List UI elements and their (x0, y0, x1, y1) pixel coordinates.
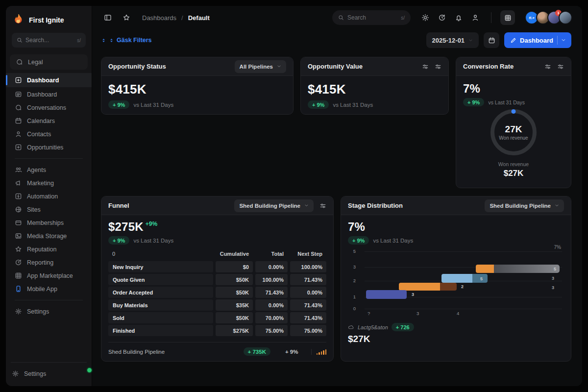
sidebar-item-reporting[interactable]: Reporting (10, 256, 88, 269)
mini-bar-chart-icon[interactable] (311, 349, 327, 355)
sidebar-item-conversations[interactable]: Conversations (10, 101, 88, 114)
search-icon (338, 15, 344, 21)
sidebar-item-dashboard-active[interactable]: Dashboard (6, 73, 92, 87)
funnel-footer: Shed Building Pipeline + 735K + 9% (108, 342, 326, 356)
breadcrumb-root[interactable]: Dashboards (142, 14, 176, 22)
bar-segment-orange[interactable] (399, 283, 440, 291)
settings-sliders-icon[interactable] (435, 63, 441, 70)
sidebar-item-reputation[interactable]: Reputation (10, 243, 88, 256)
chevron-down-icon (304, 203, 309, 208)
date-picker[interactable]: 2025-12-01 (426, 32, 479, 48)
card-header: Opportunity Value (301, 57, 448, 76)
table-row[interactable]: Sold $50K 70.00% 71.43% (108, 312, 326, 323)
topbar-icons (418, 11, 482, 24)
next-step-value: 71.43% (290, 312, 326, 323)
sidebar-item-agents[interactable]: Agents (10, 163, 88, 176)
history-button[interactable] (435, 11, 449, 24)
online-status-dot[interactable] (86, 367, 93, 373)
grid-icon (504, 14, 512, 22)
bar-segment-gray[interactable]: 5 (494, 265, 560, 273)
delta-caption: vs Last 31 Days (133, 102, 173, 108)
table-row[interactable]: Order Accepted $50K 71.43% 0.00% (108, 287, 326, 298)
divider (15, 300, 83, 300)
divider (491, 12, 491, 23)
pipeline-select[interactable]: Shed Building Pipeline (234, 199, 314, 212)
avatar[interactable] (559, 11, 572, 24)
funnel-table-header: 0 Cumulative Total Next Step (108, 250, 326, 260)
bar-value-label: 5 (480, 276, 483, 281)
bar-segment-brown[interactable] (440, 283, 457, 291)
sidebar-item-automation[interactable]: Automation (10, 190, 88, 203)
sidebar-toggle-button[interactable] (101, 11, 115, 24)
delta-caption: vs Last 31 Days (333, 102, 373, 108)
sidebar-item-marketing[interactable]: Marketing (10, 176, 88, 190)
notifications-button[interactable] (452, 11, 466, 24)
chat-icon (15, 104, 22, 111)
card-title: Opportunity Value (308, 63, 363, 70)
delta-badge: + 9% (108, 100, 129, 109)
gridline (365, 251, 562, 252)
sidebar-item-label: Media Storage (27, 233, 67, 240)
theme-toggle-button[interactable] (418, 11, 432, 24)
sidebar-item-label: Memberships (27, 220, 64, 226)
delta-badge: + 9% (308, 100, 329, 109)
bar-segment-orange[interactable] (476, 265, 494, 273)
y-tick: 5 (349, 248, 356, 254)
dashboard-button-menu[interactable] (558, 38, 569, 43)
chart-top-label: 7% (554, 245, 561, 250)
favorite-button[interactable] (120, 11, 133, 24)
stage-distribution-footer: Lactg5&aton + 726 $27K (348, 323, 564, 344)
topbar-search[interactable]: s/ (332, 10, 411, 25)
funnel-total-badge: + 735K (244, 347, 270, 356)
settings-sliders-icon[interactable] (319, 202, 326, 209)
sidebar-item-memberships[interactable]: Memberships (10, 216, 88, 229)
metric-value: 7% (463, 82, 564, 96)
table-row[interactable]: New Inquiry $0 0.00% 100.00% (108, 261, 326, 272)
filters-link-label: Gäsk Filters (117, 37, 152, 44)
x-tick: 3 (416, 311, 419, 316)
bar-segment-steel[interactable]: 5 (472, 274, 488, 283)
sidebar-search-input[interactable] (25, 37, 74, 44)
sidebar-item-mobile-app[interactable]: Mobile App (10, 282, 88, 295)
dashboard-button[interactable]: Dashboard (504, 32, 571, 48)
sidebar-item-label: Settings (24, 370, 46, 377)
sidebar-item-media-storage[interactable]: Media Storage (10, 229, 88, 243)
sidebar-item-contacts[interactable]: Contacts (10, 127, 88, 141)
table-row[interactable]: Finished $275K 75.00% 75.00% (108, 325, 326, 336)
table-row[interactable]: Quote Given $50K 100.00% 71.43% (108, 274, 326, 285)
sidebar-item-app-marketplace[interactable]: App Marketplace (10, 269, 88, 282)
settings-sliders-icon[interactable] (422, 63, 429, 70)
card-header: Opportunity Status All Pipelines (101, 57, 293, 76)
sidebar-item-opportunities[interactable]: Opportunities (10, 141, 88, 154)
sidebar-item-dashboard[interactable]: Dashboard (10, 88, 88, 101)
sidebar-item-calendars[interactable]: Calendars (10, 114, 88, 127)
settings-sliders-icon[interactable] (544, 63, 551, 70)
list-icon (15, 91, 22, 98)
total-value: 70.00% (255, 312, 288, 323)
app-launcher-button[interactable] (500, 10, 515, 25)
calendar-button[interactable] (484, 32, 499, 48)
sidebar-item-label: Conversations (27, 104, 66, 111)
sidebar-footer-settings[interactable]: Settings (11, 367, 87, 380)
account-button[interactable] (468, 11, 482, 24)
pipeline-select[interactable]: Shed Building Pipeline (485, 199, 564, 212)
column-header: Total (251, 251, 284, 257)
sidebar-item-settings[interactable]: Settings (10, 305, 88, 318)
bar-segment-lightblue[interactable] (441, 274, 472, 283)
bar-segment-indigo[interactable] (366, 290, 407, 299)
topbar: Dashboards / Default s/ fi.» (92, 6, 582, 29)
filters-link[interactable]: Gäsk Filters (101, 37, 152, 44)
table-row[interactable]: Buy Materials $35K 0.00% 71.43% (108, 299, 326, 311)
next-step-value: 75.00% (290, 325, 326, 336)
sidebar-item-label: Agents (27, 167, 46, 173)
sidebar-item-legal[interactable]: Legal (11, 55, 87, 69)
cloud-icon (348, 324, 354, 330)
metric-value-delta: +9% (146, 220, 157, 227)
sidebar-item-label: Dashboard (27, 91, 57, 98)
sidebar-search[interactable]: s/ (12, 33, 86, 48)
settings-sliders-icon[interactable] (557, 63, 564, 70)
sidebar-item-sites[interactable]: Sites (10, 203, 88, 216)
topbar-search-input[interactable] (347, 14, 397, 21)
pipeline-select[interactable]: All Pipelines (235, 60, 286, 73)
divider (15, 158, 83, 159)
